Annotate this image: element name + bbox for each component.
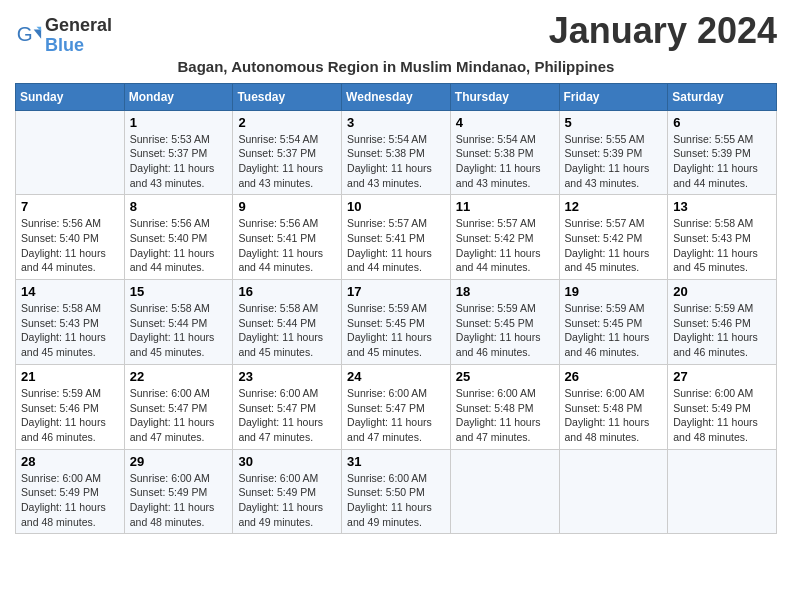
day-number: 10 [347, 199, 445, 214]
day-number: 15 [130, 284, 228, 299]
calendar-header-cell: Monday [124, 83, 233, 110]
day-info: Sunrise: 6:00 AM Sunset: 5:49 PM Dayligh… [673, 386, 771, 445]
calendar-day-cell: 4Sunrise: 5:54 AM Sunset: 5:38 PM Daylig… [450, 110, 559, 195]
calendar-day-cell: 10Sunrise: 5:57 AM Sunset: 5:41 PM Dayli… [342, 195, 451, 280]
calendar-header-cell: Tuesday [233, 83, 342, 110]
day-number: 26 [565, 369, 663, 384]
day-info: Sunrise: 5:57 AM Sunset: 5:42 PM Dayligh… [565, 216, 663, 275]
calendar-day-cell [668, 449, 777, 534]
calendar-day-cell: 29Sunrise: 6:00 AM Sunset: 5:49 PM Dayli… [124, 449, 233, 534]
day-number: 5 [565, 115, 663, 130]
calendar-header-cell: Sunday [16, 83, 125, 110]
day-info: Sunrise: 5:54 AM Sunset: 5:38 PM Dayligh… [456, 132, 554, 191]
calendar-week-row: 7Sunrise: 5:56 AM Sunset: 5:40 PM Daylig… [16, 195, 777, 280]
calendar-day-cell: 22Sunrise: 6:00 AM Sunset: 5:47 PM Dayli… [124, 364, 233, 449]
day-info: Sunrise: 5:59 AM Sunset: 5:46 PM Dayligh… [21, 386, 119, 445]
day-info: Sunrise: 5:55 AM Sunset: 5:39 PM Dayligh… [565, 132, 663, 191]
calendar-day-cell [559, 449, 668, 534]
day-number: 6 [673, 115, 771, 130]
day-info: Sunrise: 5:57 AM Sunset: 5:41 PM Dayligh… [347, 216, 445, 275]
day-info: Sunrise: 6:00 AM Sunset: 5:47 PM Dayligh… [347, 386, 445, 445]
calendar-day-cell: 21Sunrise: 5:59 AM Sunset: 5:46 PM Dayli… [16, 364, 125, 449]
logo-icon: G [15, 22, 43, 50]
day-info: Sunrise: 5:57 AM Sunset: 5:42 PM Dayligh… [456, 216, 554, 275]
day-number: 25 [456, 369, 554, 384]
calendar-day-cell: 14Sunrise: 5:58 AM Sunset: 5:43 PM Dayli… [16, 280, 125, 365]
day-info: Sunrise: 6:00 AM Sunset: 5:47 PM Dayligh… [130, 386, 228, 445]
calendar-day-cell: 30Sunrise: 6:00 AM Sunset: 5:49 PM Dayli… [233, 449, 342, 534]
calendar-day-cell: 27Sunrise: 6:00 AM Sunset: 5:49 PM Dayli… [668, 364, 777, 449]
calendar-day-cell: 18Sunrise: 5:59 AM Sunset: 5:45 PM Dayli… [450, 280, 559, 365]
calendar-day-cell: 28Sunrise: 6:00 AM Sunset: 5:49 PM Dayli… [16, 449, 125, 534]
day-number: 22 [130, 369, 228, 384]
calendar-week-row: 28Sunrise: 6:00 AM Sunset: 5:49 PM Dayli… [16, 449, 777, 534]
calendar-body: 1Sunrise: 5:53 AM Sunset: 5:37 PM Daylig… [16, 110, 777, 534]
day-number: 23 [238, 369, 336, 384]
day-info: Sunrise: 5:56 AM Sunset: 5:40 PM Dayligh… [21, 216, 119, 275]
calendar-day-cell: 13Sunrise: 5:58 AM Sunset: 5:43 PM Dayli… [668, 195, 777, 280]
day-info: Sunrise: 6:00 AM Sunset: 5:49 PM Dayligh… [21, 471, 119, 530]
day-info: Sunrise: 5:59 AM Sunset: 5:45 PM Dayligh… [347, 301, 445, 360]
svg-marker-1 [34, 29, 41, 38]
calendar-day-cell: 25Sunrise: 6:00 AM Sunset: 5:48 PM Dayli… [450, 364, 559, 449]
logo-blue-text: Blue [45, 35, 84, 55]
day-number: 7 [21, 199, 119, 214]
calendar-day-cell: 5Sunrise: 5:55 AM Sunset: 5:39 PM Daylig… [559, 110, 668, 195]
calendar-table: SundayMondayTuesdayWednesdayThursdayFrid… [15, 83, 777, 535]
calendar-day-cell: 9Sunrise: 5:56 AM Sunset: 5:41 PM Daylig… [233, 195, 342, 280]
day-info: Sunrise: 6:00 AM Sunset: 5:50 PM Dayligh… [347, 471, 445, 530]
calendar-day-cell [16, 110, 125, 195]
calendar-header-row: SundayMondayTuesdayWednesdayThursdayFrid… [16, 83, 777, 110]
calendar-week-row: 1Sunrise: 5:53 AM Sunset: 5:37 PM Daylig… [16, 110, 777, 195]
calendar-day-cell: 16Sunrise: 5:58 AM Sunset: 5:44 PM Dayli… [233, 280, 342, 365]
day-info: Sunrise: 5:53 AM Sunset: 5:37 PM Dayligh… [130, 132, 228, 191]
calendar-day-cell: 20Sunrise: 5:59 AM Sunset: 5:46 PM Dayli… [668, 280, 777, 365]
day-info: Sunrise: 6:00 AM Sunset: 5:48 PM Dayligh… [565, 386, 663, 445]
day-info: Sunrise: 5:59 AM Sunset: 5:46 PM Dayligh… [673, 301, 771, 360]
day-info: Sunrise: 6:00 AM Sunset: 5:48 PM Dayligh… [456, 386, 554, 445]
day-number: 19 [565, 284, 663, 299]
day-number: 21 [21, 369, 119, 384]
logo-general-text: General [45, 15, 112, 35]
day-info: Sunrise: 6:00 AM Sunset: 5:47 PM Dayligh… [238, 386, 336, 445]
day-info: Sunrise: 5:56 AM Sunset: 5:41 PM Dayligh… [238, 216, 336, 275]
svg-text:G: G [17, 22, 33, 45]
day-info: Sunrise: 5:58 AM Sunset: 5:44 PM Dayligh… [238, 301, 336, 360]
day-number: 30 [238, 454, 336, 469]
day-number: 2 [238, 115, 336, 130]
calendar-day-cell: 11Sunrise: 5:57 AM Sunset: 5:42 PM Dayli… [450, 195, 559, 280]
month-title: January 2024 [549, 10, 777, 52]
calendar-day-cell: 24Sunrise: 6:00 AM Sunset: 5:47 PM Dayli… [342, 364, 451, 449]
day-info: Sunrise: 5:58 AM Sunset: 5:43 PM Dayligh… [21, 301, 119, 360]
day-number: 29 [130, 454, 228, 469]
calendar-header-cell: Wednesday [342, 83, 451, 110]
calendar-day-cell [450, 449, 559, 534]
day-number: 4 [456, 115, 554, 130]
calendar-day-cell: 19Sunrise: 5:59 AM Sunset: 5:45 PM Dayli… [559, 280, 668, 365]
calendar-day-cell: 6Sunrise: 5:55 AM Sunset: 5:39 PM Daylig… [668, 110, 777, 195]
day-number: 18 [456, 284, 554, 299]
day-info: Sunrise: 5:58 AM Sunset: 5:43 PM Dayligh… [673, 216, 771, 275]
header: G General Blue January 2024 [15, 10, 777, 56]
calendar-day-cell: 12Sunrise: 5:57 AM Sunset: 5:42 PM Dayli… [559, 195, 668, 280]
calendar-day-cell: 17Sunrise: 5:59 AM Sunset: 5:45 PM Dayli… [342, 280, 451, 365]
day-number: 1 [130, 115, 228, 130]
calendar-day-cell: 7Sunrise: 5:56 AM Sunset: 5:40 PM Daylig… [16, 195, 125, 280]
calendar-week-row: 14Sunrise: 5:58 AM Sunset: 5:43 PM Dayli… [16, 280, 777, 365]
calendar-header-cell: Friday [559, 83, 668, 110]
day-number: 16 [238, 284, 336, 299]
day-info: Sunrise: 5:54 AM Sunset: 5:38 PM Dayligh… [347, 132, 445, 191]
day-info: Sunrise: 6:00 AM Sunset: 5:49 PM Dayligh… [238, 471, 336, 530]
day-number: 12 [565, 199, 663, 214]
day-number: 27 [673, 369, 771, 384]
calendar-day-cell: 8Sunrise: 5:56 AM Sunset: 5:40 PM Daylig… [124, 195, 233, 280]
day-info: Sunrise: 5:55 AM Sunset: 5:39 PM Dayligh… [673, 132, 771, 191]
day-number: 14 [21, 284, 119, 299]
day-info: Sunrise: 5:58 AM Sunset: 5:44 PM Dayligh… [130, 301, 228, 360]
day-number: 8 [130, 199, 228, 214]
day-number: 9 [238, 199, 336, 214]
day-number: 20 [673, 284, 771, 299]
day-number: 13 [673, 199, 771, 214]
calendar-day-cell: 15Sunrise: 5:58 AM Sunset: 5:44 PM Dayli… [124, 280, 233, 365]
day-number: 28 [21, 454, 119, 469]
